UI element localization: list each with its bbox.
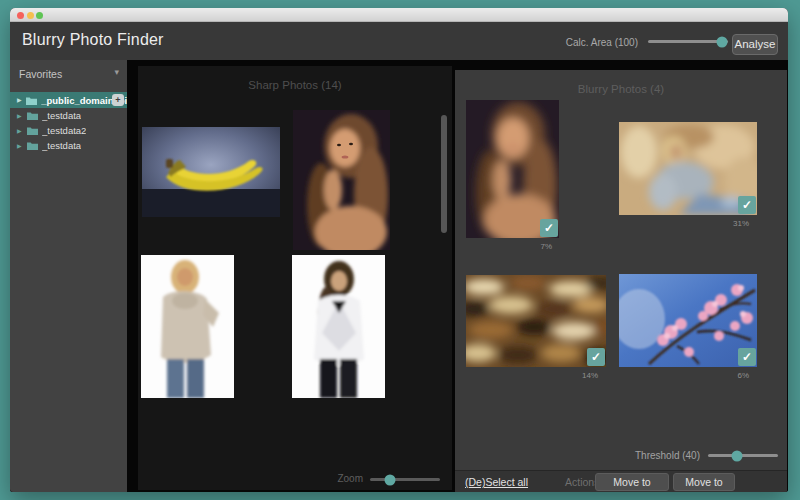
photo-blurry-model-in-field[interactable]: ✓ <box>619 122 757 215</box>
photo-model-beige-sweater[interactable] <box>141 255 234 398</box>
zoom-slider[interactable] <box>370 478 440 481</box>
blurry-panel-title: Blurry Photos (4) <box>455 83 787 95</box>
calc-area-slider[interactable] <box>648 40 728 43</box>
folder-icon <box>27 126 38 135</box>
checkmark-icon[interactable]: ✓ <box>587 348 605 366</box>
eject-icon[interactable]: + <box>112 94 124 106</box>
sidebar-item-public-domain-pics[interactable]: ▶ _public_domain_pics + <box>10 92 127 108</box>
sidebar-item-testdata[interactable]: ▶ _testdata <box>10 108 127 123</box>
blurry-photos-panel: Blurry Photos (4) ✓ <box>455 70 787 492</box>
zoom-label: Zoom <box>138 473 363 484</box>
vertical-scrollbar[interactable] <box>441 115 447 233</box>
photo-pink-blossoms[interactable]: ✓ <box>619 274 757 367</box>
disclosure-triangle-icon[interactable]: ▶ <box>17 143 24 149</box>
sidebar-item-testdata2[interactable]: ▶ _testdata2 <box>10 123 127 138</box>
favorites-sidebar: Favorites ▾ ▶ _public_domain_pics + ▶ _t… <box>10 60 127 492</box>
blur-percentage: 6% <box>619 371 757 380</box>
threshold-slider-thumb[interactable] <box>731 450 742 461</box>
app-window: Blurry Photo Finder Calc. Area (100) Ana… <box>10 8 788 492</box>
favorites-header[interactable]: Favorites ▾ <box>10 60 127 86</box>
deselect-all-link[interactable]: (De)Select all <box>465 476 528 488</box>
close-window-button[interactable] <box>17 12 24 19</box>
action-bar: (De)Select all Actions Move to Folder...… <box>455 470 787 492</box>
blur-percentage: 14% <box>466 371 606 380</box>
threshold-label: Threshold (40) <box>635 450 700 461</box>
blur-percentage: 7% <box>466 242 559 251</box>
calc-area-slider-thumb[interactable] <box>716 36 727 47</box>
photo-portrait-woman[interactable] <box>293 110 390 250</box>
photo-motion-blurred-leaves[interactable]: ✓ <box>466 275 606 367</box>
move-to-trash-button[interactable]: Move to trash <box>673 473 735 491</box>
calc-area-label: Calc. Area (100) <box>566 37 638 48</box>
checkmark-icon[interactable]: ✓ <box>540 219 558 237</box>
threshold-slider[interactable] <box>708 454 778 457</box>
checkmark-icon[interactable]: ✓ <box>738 196 756 214</box>
zoom-slider-thumb[interactable] <box>385 474 396 485</box>
app-header: Blurry Photo Finder Calc. Area (100) Ana… <box>10 22 788 60</box>
zoom-window-button[interactable] <box>36 12 43 19</box>
sharp-photos-panel: Sharp Photos (14) <box>138 66 452 490</box>
move-to-folder-button[interactable]: Move to Folder... <box>595 473 669 491</box>
folder-icon <box>27 111 38 120</box>
minimize-window-button[interactable] <box>27 12 34 19</box>
sharp-panel-title: Sharp Photos (14) <box>138 79 452 91</box>
title-bar[interactable] <box>10 8 788 22</box>
folder-icon <box>27 141 38 150</box>
photo-blurry-portrait-woman[interactable]: ✓ <box>466 100 559 238</box>
checkmark-icon[interactable]: ✓ <box>738 348 756 366</box>
photo-model-white-blouse[interactable] <box>292 255 385 398</box>
favorites-title: Favorites <box>19 68 62 80</box>
disclosure-triangle-icon[interactable]: ▶ <box>17 97 23 103</box>
blur-percentage: 31% <box>619 219 757 228</box>
app-title: Blurry Photo Finder <box>22 31 164 49</box>
sidebar-item-label: _testdata <box>42 110 81 121</box>
sidebar-item-testdata-2[interactable]: ▶ _testdata <box>10 138 127 153</box>
sidebar-item-label: _testdata2 <box>42 125 86 136</box>
main-content: Favorites ▾ ▶ _public_domain_pics + ▶ _t… <box>10 60 788 492</box>
disclosure-triangle-icon[interactable]: ▶ <box>17 128 24 134</box>
analyse-button[interactable]: Analyse <box>732 34 778 55</box>
photo-bananas-still-life[interactable] <box>142 127 280 217</box>
sidebar-item-label: _testdata <box>42 140 81 151</box>
disclosure-triangle-icon[interactable]: ▶ <box>17 113 24 119</box>
folder-icon <box>26 96 37 105</box>
chevron-down-icon[interactable]: ▾ <box>114 67 119 77</box>
